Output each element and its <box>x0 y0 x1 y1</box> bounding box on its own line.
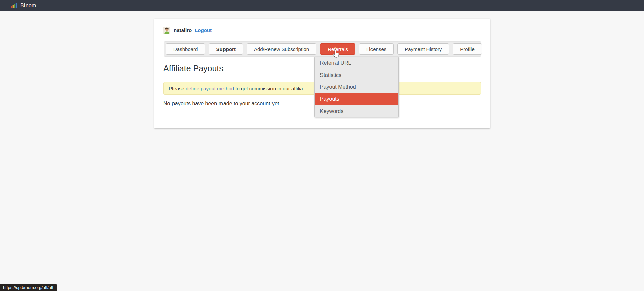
nav-support-button[interactable]: Support <box>209 43 243 55</box>
user-row: nataliro Logout <box>163 26 212 34</box>
menu-item-payouts[interactable]: Payouts <box>315 93 398 105</box>
topbar: Binom <box>0 0 644 11</box>
notice-text-before: Please <box>169 86 184 91</box>
menu-item-referral-url[interactable]: Referral URL <box>315 57 398 69</box>
page-title: Affiliate Payouts <box>163 64 224 74</box>
nav-payment-history-button[interactable]: Payment History <box>397 43 449 55</box>
nav-toolbar: Dashboard Support Add/Renew Subscription… <box>164 41 481 57</box>
menu-item-keywords[interactable]: Keywords <box>315 105 398 117</box>
nav-dashboard-button[interactable]: Dashboard <box>166 43 205 55</box>
user-avatar-icon <box>163 27 170 34</box>
notice-text-after: to get commission in our affilia <box>235 86 303 91</box>
referrals-dropdown-menu: Referral URL Statistics Payout Method Pa… <box>314 57 399 117</box>
brand-name[interactable]: Binom <box>20 3 36 9</box>
menu-item-statistics[interactable]: Statistics <box>315 69 398 81</box>
define-payout-method-link[interactable]: define payout method <box>186 86 234 91</box>
empty-state-text: No payouts have been made to your accoun… <box>163 101 279 107</box>
main-card: nataliro Logout Dashboard Support Add/Re… <box>154 19 490 128</box>
link-preview-tooltip: https://cp.binom.org/aff/aff <box>0 284 57 291</box>
nav-licenses-button[interactable]: Licenses <box>359 43 394 55</box>
menu-item-payout-method[interactable]: Payout Method <box>315 81 398 93</box>
nav-referrals-button[interactable]: Referrals <box>320 43 355 55</box>
bar-chart-logo-icon <box>11 3 17 9</box>
logout-link[interactable]: Logout <box>195 27 212 33</box>
screen: Binom nataliro Logout Dashboard Support … <box>0 0 644 291</box>
nav-subscription-button[interactable]: Add/Renew Subscription <box>247 43 316 55</box>
user-name: nataliro <box>174 27 192 33</box>
nav-profile-button[interactable]: Profile <box>453 43 482 55</box>
